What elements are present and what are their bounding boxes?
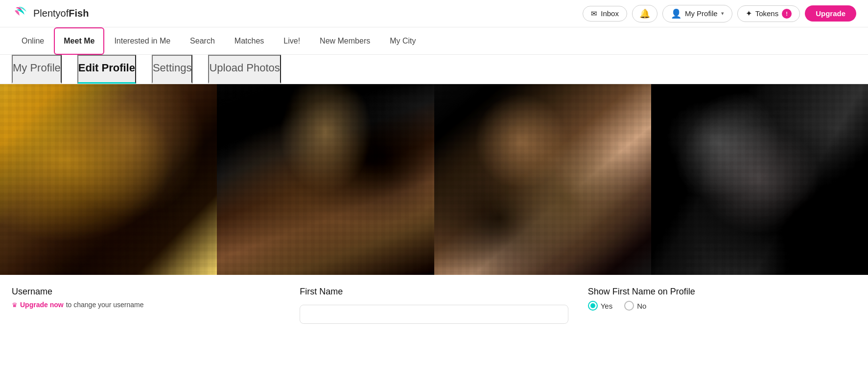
- username-sublabel: ♛ Upgrade now to change your username: [12, 301, 280, 309]
- profile-photo-1[interactable]: [0, 84, 217, 275]
- nav-mycity[interactable]: My City: [380, 27, 425, 55]
- inbox-button[interactable]: ✉ Inbox: [583, 6, 627, 22]
- top-navigation: PlentyofFish ✉ Inbox 🔔 👤 My Profile ▾ ✦ …: [0, 0, 868, 27]
- my-profile-button[interactable]: 👤 My Profile ▾: [662, 5, 732, 22]
- tab-settings[interactable]: Settings: [152, 55, 193, 84]
- crown-icon: ♛: [12, 301, 18, 309]
- photo-strip: [0, 84, 868, 275]
- username-change-text: to change your username: [66, 301, 144, 309]
- username-col: Username ♛ Upgrade now to change your us…: [12, 287, 300, 309]
- radio-no-label[interactable]: No: [624, 301, 646, 311]
- show-firstname-col: Show First Name on Profile Yes No: [588, 287, 856, 311]
- upgrade-label: Upgrade: [816, 9, 845, 18]
- upgrade-button[interactable]: Upgrade: [805, 5, 856, 22]
- nav-meetme[interactable]: Meet Me: [54, 27, 104, 55]
- nav-newmembers[interactable]: New Members: [310, 27, 380, 55]
- show-firstname-radio-group: Yes No: [588, 301, 856, 311]
- username-label: Username: [12, 287, 280, 297]
- nav-matches[interactable]: Matches: [225, 27, 274, 55]
- inbox-icon: ✉: [591, 9, 597, 18]
- radio-yes-text: Yes: [601, 302, 612, 310]
- radio-yes-button[interactable]: [588, 301, 598, 311]
- upgrade-now-link[interactable]: Upgrade now: [20, 301, 64, 309]
- tokens-badge: !: [782, 9, 792, 19]
- logo[interactable]: PlentyofFish: [12, 5, 89, 22]
- profile-icon: 👤: [671, 8, 681, 19]
- nav-online[interactable]: Online: [12, 27, 54, 55]
- profile-tabs: My Profile Edit Profile Settings Upload …: [0, 55, 868, 84]
- nav-interested[interactable]: Interested in Me: [104, 27, 180, 55]
- inbox-label: Inbox: [601, 9, 619, 18]
- tab-edit-profile[interactable]: Edit Profile: [77, 55, 136, 84]
- show-firstname-label: Show First Name on Profile: [588, 287, 856, 297]
- firstname-input[interactable]: [300, 305, 568, 324]
- nav-search[interactable]: Search: [180, 27, 225, 55]
- notifications-button[interactable]: 🔔: [632, 5, 657, 22]
- top-nav-actions: ✉ Inbox 🔔 👤 My Profile ▾ ✦ Tokens ! Upgr…: [583, 5, 856, 22]
- radio-yes-label[interactable]: Yes: [588, 301, 612, 311]
- profile-photo-2[interactable]: [217, 84, 434, 275]
- nav-live[interactable]: Live!: [274, 27, 310, 55]
- profile-photo-4[interactable]: [651, 84, 868, 275]
- radio-no-button[interactable]: [624, 301, 634, 311]
- token-icon: ✦: [746, 9, 752, 18]
- my-profile-label: My Profile: [685, 9, 718, 18]
- bell-icon: 🔔: [639, 8, 650, 19]
- logo-text: PlentyofFish: [33, 8, 89, 19]
- firstname-label: First Name: [300, 287, 568, 297]
- radio-no-text: No: [637, 302, 646, 310]
- logo-fish-icon: [12, 5, 29, 22]
- tab-upload-photos[interactable]: Upload Photos: [208, 55, 281, 84]
- tokens-label: Tokens: [755, 9, 779, 18]
- chevron-down-icon: ▾: [721, 10, 724, 17]
- secondary-navigation: Online Meet Me Interested in Me Search M…: [0, 27, 868, 55]
- profile-photo-3[interactable]: [434, 84, 651, 275]
- firstname-col: First Name: [300, 287, 587, 324]
- tab-my-profile[interactable]: My Profile: [12, 55, 62, 84]
- profile-form-section: Username ♛ Upgrade now to change your us…: [0, 275, 868, 324]
- tokens-button[interactable]: ✦ Tokens !: [737, 5, 800, 22]
